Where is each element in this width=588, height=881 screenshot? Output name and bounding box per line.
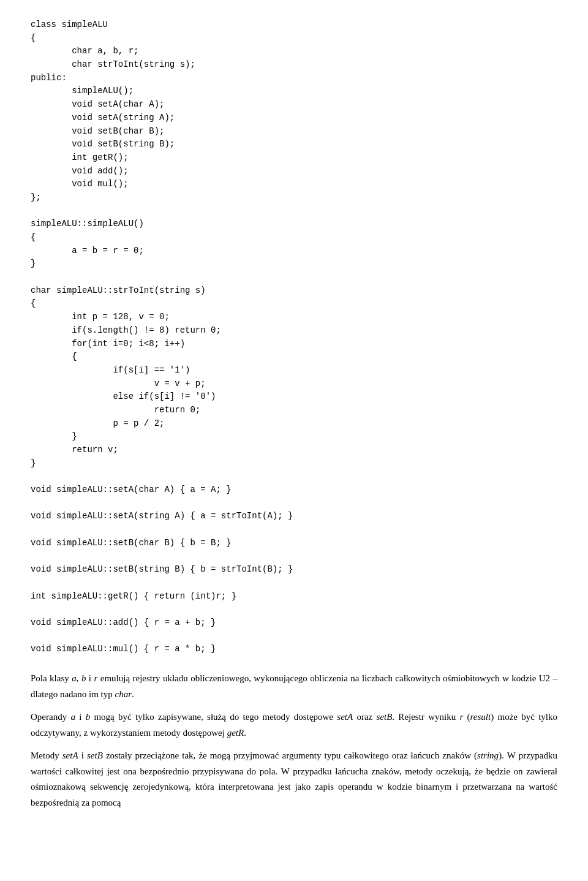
paragraph-3: Metody setA i setB zostały przeciążone t…	[31, 748, 557, 811]
code-block: class simpleALU { char a, b, r; char str…	[31, 18, 557, 656]
paragraph-1: Pola klasy a, b i r emulują rejestry ukł…	[31, 671, 557, 702]
code-container: class simpleALU { char a, b, r; char str…	[31, 18, 557, 656]
text-section: Pola klasy a, b i r emulują rejestry ukł…	[31, 671, 557, 811]
paragraph-2: Operandy a i b mogą być tylko zapisywane…	[31, 709, 557, 741]
